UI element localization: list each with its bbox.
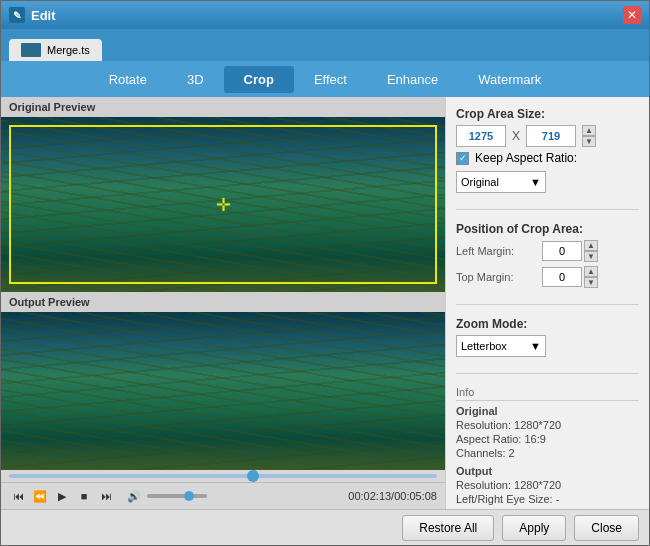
crop-position-label: Position of Crop Area: bbox=[456, 222, 639, 236]
output-resolution: Resolution: 1280*720 bbox=[456, 479, 639, 491]
info-section: Info Original Resolution: 1280*720 Aspec… bbox=[456, 386, 639, 509]
original-channels: Channels: 2 bbox=[456, 447, 639, 459]
main-content: Original Preview ✛ Output Preview bbox=[1, 97, 649, 509]
left-margin-spin-down[interactable]: ▼ bbox=[584, 251, 598, 262]
left-margin-spin-up[interactable]: ▲ bbox=[584, 240, 598, 251]
zoom-option-row: Letterbox ▼ bbox=[456, 335, 639, 357]
output-eye-size: Left/Right Eye Size: - bbox=[456, 493, 639, 505]
apply-button[interactable]: Apply bbox=[502, 515, 566, 541]
crop-size-row: X ▲ ▼ bbox=[456, 125, 639, 147]
crop-area-size-section: Crop Area Size: X ▲ ▼ ✓ Keep Aspect Rati… bbox=[456, 107, 639, 197]
output-info-group: Output Resolution: 1280*720 Left/Right E… bbox=[456, 465, 639, 509]
aspect-select-value: Original bbox=[461, 176, 499, 188]
time-display: 00:02:13/00:05:08 bbox=[348, 490, 437, 502]
step-back-button[interactable]: ⏪ bbox=[31, 487, 49, 505]
left-margin-input[interactable] bbox=[542, 241, 582, 261]
top-margin-spin-down[interactable]: ▼ bbox=[584, 277, 598, 288]
height-spin-up[interactable]: ▲ bbox=[582, 125, 596, 136]
edit-window: ✎ Edit ✕ Merge.ts Rotate 3D Crop Effect … bbox=[0, 0, 650, 546]
output-preview-area bbox=[1, 312, 445, 470]
bottom-bar: Restore All Apply Close bbox=[1, 509, 649, 545]
zoom-select[interactable]: Letterbox ▼ bbox=[456, 335, 546, 357]
stop-button[interactable]: ■ bbox=[75, 487, 93, 505]
original-video-bg bbox=[1, 117, 445, 292]
crop-position-section: Position of Crop Area: Left Margin: ▲ ▼ … bbox=[456, 222, 639, 292]
zoom-select-arrow: ▼ bbox=[530, 340, 541, 352]
tab-enhance[interactable]: Enhance bbox=[367, 66, 458, 93]
divider-2 bbox=[456, 304, 639, 305]
tab-effect[interactable]: Effect bbox=[294, 66, 367, 93]
left-panel: Original Preview ✛ Output Preview bbox=[1, 97, 446, 509]
tab-3d[interactable]: 3D bbox=[167, 66, 224, 93]
x-separator: X bbox=[512, 129, 520, 143]
top-margin-spin: ▲ ▼ bbox=[584, 266, 598, 288]
output-video-reeds bbox=[1, 312, 445, 470]
zoom-mode-section: Zoom Mode: Letterbox ▼ bbox=[456, 317, 639, 361]
crop-area-size-label: Crop Area Size: bbox=[456, 107, 639, 121]
video-reeds-overlay bbox=[1, 117, 445, 292]
volume-icon: 🔊 bbox=[125, 487, 143, 505]
tab-watermark[interactable]: Watermark bbox=[458, 66, 561, 93]
info-header: Info bbox=[456, 386, 639, 401]
top-margin-input-wrap: ▲ ▼ bbox=[542, 266, 598, 288]
original-info-label: Original bbox=[456, 405, 639, 417]
crop-height-input[interactable] bbox=[526, 125, 576, 147]
seekbar-thumb bbox=[247, 470, 259, 482]
file-tab-name: Merge.ts bbox=[47, 44, 90, 56]
file-tab[interactable]: Merge.ts bbox=[9, 39, 102, 61]
nav-tabs-bar: Rotate 3D Crop Effect Enhance Watermark bbox=[1, 61, 649, 97]
top-margin-spin-up[interactable]: ▲ bbox=[584, 266, 598, 277]
zoom-select-value: Letterbox bbox=[461, 340, 507, 352]
skip-back-button[interactable]: ⏮ bbox=[9, 487, 27, 505]
original-preview-label: Original Preview bbox=[1, 97, 445, 117]
left-margin-input-wrap: ▲ ▼ bbox=[542, 240, 598, 262]
close-button[interactable]: Close bbox=[574, 515, 639, 541]
seekbar-area bbox=[1, 470, 445, 482]
original-resolution: Resolution: 1280*720 bbox=[456, 419, 639, 431]
tab-crop[interactable]: Crop bbox=[224, 66, 294, 93]
zoom-mode-label: Zoom Mode: bbox=[456, 317, 639, 331]
left-margin-spin: ▲ ▼ bbox=[584, 240, 598, 262]
tab-rotate[interactable]: Rotate bbox=[89, 66, 167, 93]
divider-3 bbox=[456, 373, 639, 374]
top-margin-input[interactable] bbox=[542, 267, 582, 287]
aspect-select-arrow: ▼ bbox=[530, 176, 541, 188]
output-info-label: Output bbox=[456, 465, 639, 477]
height-spin-down[interactable]: ▼ bbox=[582, 136, 596, 147]
keep-aspect-label: Keep Aspect Ratio: bbox=[475, 151, 577, 165]
aspect-option-row: Original ▼ bbox=[456, 171, 639, 193]
restore-all-button[interactable]: Restore All bbox=[402, 515, 494, 541]
seekbar[interactable] bbox=[9, 474, 437, 478]
right-panel: Crop Area Size: X ▲ ▼ ✓ Keep Aspect Rati… bbox=[446, 97, 649, 509]
skip-forward-button[interactable]: ⏭ bbox=[97, 487, 115, 505]
left-margin-row: Left Margin: ▲ ▼ bbox=[456, 240, 639, 262]
top-margin-label: Top Margin: bbox=[456, 271, 536, 283]
close-window-button[interactable]: ✕ bbox=[623, 6, 641, 24]
file-tabs-bar: Merge.ts bbox=[1, 29, 649, 61]
volume-area: 🔊 bbox=[125, 487, 207, 505]
volume-slider[interactable] bbox=[147, 494, 207, 498]
keep-aspect-checkbox[interactable]: ✓ bbox=[456, 152, 469, 165]
output-preview-label: Output Preview bbox=[1, 292, 445, 312]
original-aspect: Aspect Ratio: 16:9 bbox=[456, 433, 639, 445]
play-button[interactable]: ▶ bbox=[53, 487, 71, 505]
app-icon: ✎ bbox=[9, 7, 25, 23]
volume-thumb bbox=[184, 491, 194, 501]
window-title: Edit bbox=[31, 8, 623, 23]
aspect-select[interactable]: Original ▼ bbox=[456, 171, 546, 193]
output-video-bg bbox=[1, 312, 445, 470]
title-bar: ✎ Edit ✕ bbox=[1, 1, 649, 29]
top-margin-row: Top Margin: ▲ ▼ bbox=[456, 266, 639, 288]
left-margin-label: Left Margin: bbox=[456, 245, 536, 257]
tab-thumbnail bbox=[21, 43, 41, 57]
original-preview-area: ✛ bbox=[1, 117, 445, 292]
keep-aspect-row: ✓ Keep Aspect Ratio: bbox=[456, 151, 639, 165]
crop-width-input[interactable] bbox=[456, 125, 506, 147]
controls-area: ⏮ ⏪ ▶ ■ ⏭ 🔊 00:02:13/00:05:08 bbox=[1, 482, 445, 509]
divider-1 bbox=[456, 209, 639, 210]
height-spin-buttons: ▲ ▼ bbox=[582, 125, 596, 147]
